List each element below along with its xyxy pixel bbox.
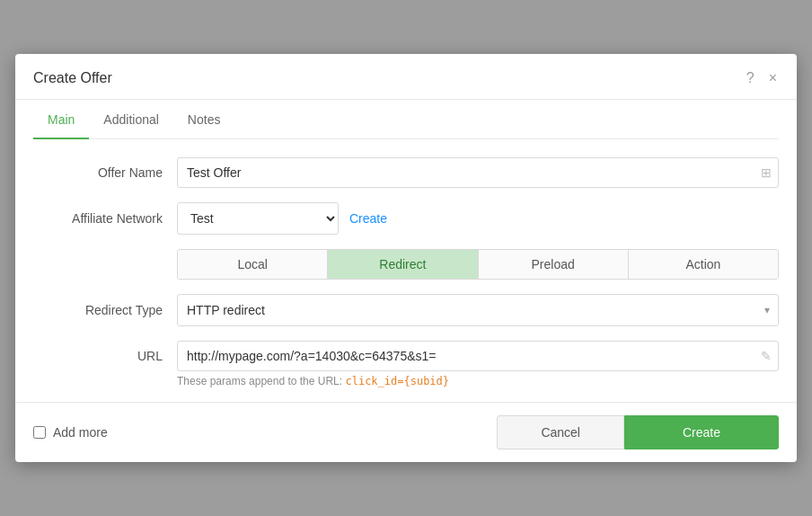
- add-more-checkbox[interactable]: [33, 426, 46, 439]
- sub-tabs: Local Redirect Preload Action: [177, 249, 779, 280]
- dialog-header: Create Offer ? ×: [15, 54, 797, 100]
- url-field: ✎: [177, 341, 779, 371]
- main-tabs: Main Additional Notes: [33, 100, 779, 139]
- sub-tab-local[interactable]: Local: [178, 250, 328, 279]
- affiliate-network-control: Test Network 1 Network 2 Create: [177, 202, 779, 235]
- offer-name-label: Offer Name: [33, 165, 177, 180]
- create-network-link[interactable]: Create: [349, 211, 387, 226]
- footer-actions: Cancel Create: [497, 415, 779, 449]
- dialog-title: Create Offer: [33, 70, 112, 86]
- create-button[interactable]: Create: [624, 415, 779, 449]
- dialog: Create Offer ? × Main Additional Notes O…: [15, 54, 797, 462]
- offer-name-row: Offer Name ⊞: [33, 157, 779, 188]
- tab-notes[interactable]: Notes: [173, 100, 235, 139]
- affiliate-network-label: Affiliate Network: [33, 211, 177, 226]
- tab-additional[interactable]: Additional: [89, 100, 173, 139]
- affiliate-row: Test Network 1 Network 2 Create: [177, 202, 779, 235]
- cancel-button[interactable]: Cancel: [497, 415, 624, 449]
- url-edit-icon[interactable]: ✎: [761, 349, 772, 363]
- url-hint: These params append to the URL: click_id…: [177, 375, 779, 387]
- header-icons: ? ×: [745, 68, 779, 88]
- redirect-type-row: Redirect Type HTTP redirect Meta refresh…: [33, 294, 779, 326]
- close-button[interactable]: ×: [767, 68, 779, 88]
- url-hint-prefix: These params append to the URL:: [177, 375, 342, 387]
- url-hint-code: click_id={subid}: [345, 375, 449, 387]
- help-button[interactable]: ?: [745, 68, 756, 88]
- add-more-label[interactable]: Add more: [53, 425, 108, 440]
- add-more-section: Add more: [33, 425, 497, 440]
- offer-name-field: ⊞: [177, 157, 779, 188]
- url-row: URL ✎: [33, 341, 779, 371]
- dialog-body: Main Additional Notes Offer Name ⊞ Affil…: [15, 100, 797, 387]
- offer-name-icon: ⊞: [761, 165, 772, 180]
- offer-name-input[interactable]: [177, 157, 779, 188]
- tab-main[interactable]: Main: [33, 100, 89, 139]
- redirect-type-control: HTTP redirect Meta refresh Double meta r…: [177, 294, 779, 326]
- sub-tab-action[interactable]: Action: [629, 250, 778, 279]
- affiliate-network-select[interactable]: Test Network 1 Network 2: [177, 202, 339, 235]
- sub-tab-preload[interactable]: Preload: [479, 250, 629, 279]
- affiliate-network-row: Affiliate Network Test Network 1 Network…: [33, 202, 779, 235]
- dialog-footer: Add more Cancel Create: [15, 402, 797, 462]
- url-input[interactable]: [177, 341, 779, 371]
- overlay: Create Offer ? × Main Additional Notes O…: [0, 0, 812, 516]
- redirect-type-label: Redirect Type: [33, 303, 177, 317]
- url-label: URL: [33, 349, 177, 363]
- redirect-type-select[interactable]: HTTP redirect Meta refresh Double meta r…: [177, 294, 779, 326]
- sub-tab-redirect[interactable]: Redirect: [328, 250, 478, 279]
